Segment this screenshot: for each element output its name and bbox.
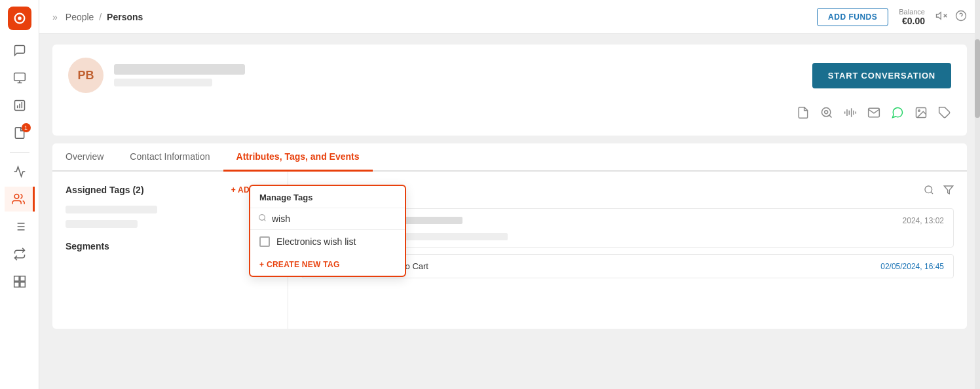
manage-tags-search-icon — [258, 213, 267, 224]
balance-label: Balance — [899, 8, 925, 16]
app-logo[interactable] — [8, 7, 31, 30]
svg-line-40 — [931, 192, 933, 194]
avatar: PB — [68, 58, 104, 93]
segments-title: Segments — [66, 241, 274, 251]
mute-icon[interactable] — [935, 10, 947, 24]
tag-checkbox-electronics[interactable] — [259, 236, 270, 247]
svg-point-9 — [14, 194, 19, 199]
tab-content: Assigned Tags (2) + ADD TAG Segments Man… — [52, 172, 967, 329]
svg-rect-19 — [20, 282, 25, 287]
tags-header: Assigned Tags (2) + ADD TAG — [66, 185, 274, 195]
scrollbar-thumb[interactable] — [975, 39, 980, 118]
help-icon[interactable] — [955, 10, 967, 24]
svg-line-38 — [264, 219, 265, 221]
profile-left: PB — [68, 58, 245, 93]
sidebar-item-conversations[interactable] — [6, 38, 33, 63]
activity-icons — [924, 185, 954, 198]
svg-marker-41 — [944, 186, 952, 194]
balance-area: Balance €0.00 — [899, 8, 925, 26]
breadcrumb-current: Persons — [107, 12, 143, 22]
add-funds-button[interactable]: ADD FUNDS — [817, 8, 888, 26]
svg-rect-2 — [14, 73, 25, 81]
svg-point-37 — [259, 215, 265, 221]
svg-rect-18 — [14, 282, 19, 287]
tag-item-blur-1 — [66, 206, 157, 213]
sidebar-divider — [10, 152, 29, 153]
content-area: PB START CONVERSATION — [39, 34, 980, 389]
scrollbar[interactable] — [975, 0, 980, 389]
activity-time-1: 2024, 13:02 — [903, 216, 944, 225]
topbar: » People / Persons ADD FUNDS Balance €0.… — [39, 0, 980, 34]
activity-item2-time: 02/05/2024, 16:45 — [880, 262, 944, 271]
tabs-bar: Overview Contact Information Attributes,… — [52, 143, 967, 172]
expand-icon[interactable]: » — [52, 12, 58, 22]
svg-point-25 — [822, 108, 831, 117]
svg-rect-16 — [14, 276, 19, 282]
profile-name-area — [114, 64, 245, 86]
search-contact-icon[interactable] — [820, 106, 833, 122]
svg-point-35 — [918, 110, 920, 112]
svg-point-1 — [18, 16, 22, 20]
svg-point-39 — [925, 186, 932, 193]
create-new-tag-button[interactable]: + CREATE NEW TAG — [250, 253, 405, 276]
sidebar-item-campaigns[interactable] — [6, 65, 33, 90]
tabs-section: Overview Contact Information Attributes,… — [52, 143, 967, 329]
profile-actions — [68, 103, 951, 122]
svg-point-27 — [825, 111, 828, 114]
activity-filter-icon[interactable] — [943, 185, 954, 198]
profile-card: PB START CONVERSATION — [52, 45, 967, 136]
sidebar: 1 — [0, 0, 39, 389]
tab-attributes[interactable]: Attributes, Tags, and Events — [223, 143, 373, 172]
sidebar-item-automations[interactable] — [6, 242, 33, 267]
tab-overview[interactable]: Overview — [52, 143, 117, 172]
sidebar-item-notifications[interactable]: 1 — [6, 120, 33, 145]
tab-contact[interactable]: Contact Information — [117, 143, 223, 172]
tags-panel: Assigned Tags (2) + ADD TAG Segments Man… — [52, 172, 288, 329]
manage-tags-header: Manage Tags — [250, 186, 405, 208]
topbar-right: ADD FUNDS Balance €0.00 — [817, 8, 967, 26]
tag-icon[interactable] — [938, 106, 951, 122]
activity-search-icon[interactable] — [924, 185, 934, 198]
start-conversation-button[interactable]: START CONVERSATION — [812, 63, 951, 88]
tags-title: Assigned Tags (2) — [66, 185, 144, 195]
whatsapp-icon[interactable] — [891, 106, 904, 122]
main-area: » People / Persons ADD FUNDS Balance €0.… — [39, 0, 980, 389]
svg-marker-20 — [937, 12, 941, 19]
image-icon[interactable] — [914, 106, 928, 122]
audio-icon[interactable] — [844, 106, 857, 122]
svg-line-26 — [829, 115, 832, 118]
breadcrumb-parent[interactable]: People — [66, 12, 94, 22]
sidebar-item-analytics[interactable] — [6, 159, 33, 184]
profile-sub-blur — [114, 79, 212, 86]
sidebar-item-reports[interactable] — [6, 93, 33, 118]
tag-option-label-electronics: Electronics wish list — [276, 236, 356, 247]
profile-name-blur — [114, 64, 245, 75]
svg-rect-17 — [20, 276, 25, 282]
sidebar-item-settings[interactable] — [6, 269, 33, 294]
profile-header: PB START CONVERSATION — [68, 58, 951, 93]
manage-tags-search-row: wish — [250, 208, 405, 230]
breadcrumb: People / Persons — [66, 12, 143, 22]
tag-option-electronics[interactable]: Electronics wish list — [250, 230, 405, 253]
topbar-icons — [935, 10, 967, 24]
manage-tags-dropdown: Manage Tags wish Electronics wish list +… — [249, 185, 406, 277]
sidebar-item-people[interactable] — [5, 187, 35, 212]
balance-value: €0.00 — [899, 16, 925, 26]
tag-item-blur-2 — [66, 220, 138, 228]
note-icon[interactable] — [797, 106, 810, 122]
manage-tags-search-input[interactable]: wish — [272, 213, 397, 224]
notification-badge: 1 — [22, 123, 31, 132]
email-icon[interactable] — [867, 106, 880, 122]
breadcrumb-sep: / — [99, 12, 102, 22]
svg-point-23 — [956, 10, 966, 20]
sidebar-item-lists[interactable] — [6, 214, 33, 239]
